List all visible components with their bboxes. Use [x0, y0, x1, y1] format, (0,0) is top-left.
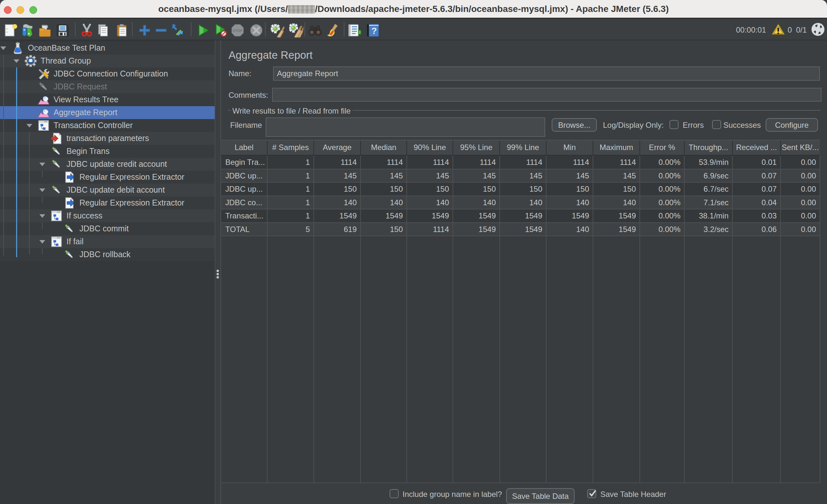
svg-text:?: ? [371, 26, 377, 36]
svg-text:STOP: STOP [233, 29, 242, 33]
